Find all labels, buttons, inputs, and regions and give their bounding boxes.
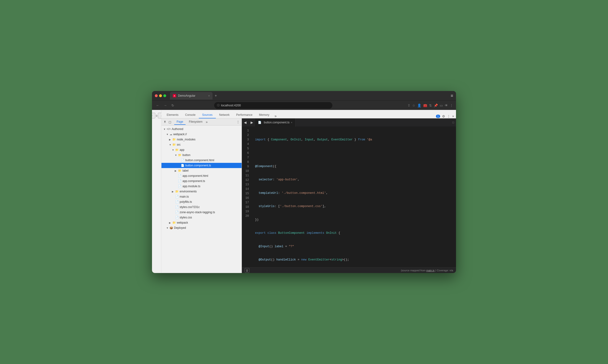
editor-tab-bar: ◀ ▶ 📄 button.component.ts × □	[242, 118, 456, 127]
cursor-icon[interactable]: 🖈	[163, 120, 167, 124]
split-view-icon[interactable]: ◻	[168, 120, 171, 124]
avatar-icon[interactable]: 👁	[445, 104, 448, 107]
ts-file-tab-icon: 📄	[258, 121, 261, 124]
editor-file-tab[interactable]: 📄 button.component.ts ×	[255, 118, 296, 127]
address-field[interactable]: ⓘ localhost:4200	[214, 102, 332, 109]
source-map-suffix: ) Coverage: n/a	[435, 269, 453, 272]
tab-memory[interactable]: Memory	[256, 112, 272, 118]
list-item[interactable]: ▶ 📁 label	[161, 168, 242, 173]
list-item[interactable]: ▶ 📁 environments	[161, 189, 242, 194]
maximize-button[interactable]	[163, 94, 166, 97]
back-nav-button[interactable]: ◀	[242, 119, 248, 126]
tab-performance[interactable]: Performance	[233, 112, 256, 118]
chevron-down-icon: ▼	[166, 133, 169, 136]
list-item[interactable]: 📄 app.component.html	[161, 173, 242, 179]
list-item[interactable]: 📄 styles.css?231c	[161, 205, 242, 210]
title-bar: A DemoAngular × + ≡	[152, 91, 456, 101]
file-tree: ▼ </> Authored ▼ ☁ webpack:// ▶	[161, 126, 242, 273]
devtools-more-button[interactable]: ⋮	[447, 114, 450, 118]
tab-sources[interactable]: Sources	[199, 112, 216, 118]
profile-icon[interactable]: 👤	[417, 104, 421, 107]
new-tab-button[interactable]: +	[212, 92, 219, 99]
pin-icon[interactable]: 📌	[434, 104, 438, 107]
spacer	[172, 201, 175, 203]
more-icon[interactable]: ⋮	[450, 104, 453, 107]
list-item[interactable]: ▶ 📁 node_modules	[161, 137, 242, 142]
spacer	[175, 180, 178, 182]
zoom-in-button[interactable]: +	[152, 113, 155, 118]
devtools-close-button[interactable]: ×	[452, 114, 454, 118]
devtools-settings-button[interactable]: ⚙	[442, 114, 445, 118]
devtools-container: + 0 - Elements Console Sources Network	[152, 110, 456, 273]
more-sources-tabs[interactable]: »	[206, 120, 207, 124]
chevron-right-icon: ▶	[169, 221, 172, 224]
list-item[interactable]: ▼ 📦 Deployed	[161, 225, 242, 231]
list-item[interactable]: 📄 styles.css	[161, 215, 242, 220]
sync-icon[interactable]: ⇅	[429, 104, 432, 107]
sidebar-icon[interactable]: ▭	[440, 104, 443, 107]
browser-tab-title: DemoAngular	[178, 94, 195, 97]
pretty-print-button[interactable]: {}	[245, 268, 249, 273]
title-bar-controls: ≡	[451, 93, 453, 98]
folder-icon: 📁	[178, 169, 181, 172]
list-item[interactable]: ▼ ☁ webpack://	[161, 132, 242, 137]
list-item[interactable]: ▼ 📁 app	[161, 147, 242, 153]
close-button[interactable]	[155, 94, 158, 97]
tab-network[interactable]: Network	[216, 112, 233, 118]
spacer	[178, 159, 180, 162]
list-item[interactable]: 📄 app.module.ts	[161, 184, 242, 189]
list-item[interactable]: 📄 button.component.html	[161, 158, 242, 163]
list-item[interactable]: 📄 polyfills.ts	[161, 199, 242, 205]
main-js-link[interactable]: main.js	[426, 269, 435, 272]
devtools-tab-bar: Elements Console Sources Network Perform…	[161, 110, 456, 118]
minimize-button[interactable]	[159, 94, 162, 97]
bookmark-icon[interactable]: ☆	[412, 104, 415, 107]
ts-file-icon: 📄	[175, 211, 179, 214]
extension-icon[interactable]: 🧰	[423, 104, 427, 107]
ts-file-icon: 📄	[175, 195, 179, 198]
forward-nav-button[interactable]: ▶	[248, 119, 255, 126]
chevron-right-icon: ▶	[169, 138, 172, 141]
folder-icon: 📁	[175, 190, 179, 193]
tab-elements[interactable]: Elements	[163, 112, 182, 118]
browser-menu-button[interactable]: ≡	[451, 93, 453, 98]
cloud-icon: ☁	[169, 133, 172, 136]
ts-file-icon: 📄	[175, 200, 179, 204]
tab-console[interactable]: Console	[182, 112, 199, 118]
list-item[interactable]: ▶ 📁 webpack	[161, 220, 242, 225]
list-item[interactable]: 📄 button.component.ts	[161, 163, 242, 168]
back-button[interactable]: ←	[155, 103, 160, 108]
spacer	[175, 175, 178, 177]
collapse-button[interactable]: □	[453, 121, 454, 124]
folder-icon: 📁	[172, 143, 176, 146]
more-tabs-button[interactable]: »	[272, 114, 278, 118]
share-icon[interactable]: ⇧	[408, 104, 410, 107]
list-item[interactable]: ▼ 📁 src	[161, 142, 242, 147]
list-item[interactable]: 📄 app.component.ts	[161, 179, 242, 184]
package-icon: 📦	[169, 226, 173, 230]
editor-tab-close[interactable]: ×	[291, 121, 292, 124]
code-content[interactable]: 12345 678910 1112131415 1617181920 impor…	[242, 127, 456, 267]
reload-button[interactable]: ↻	[170, 103, 176, 108]
file-tree-sidebar: 🖈 ◻ Page Filesystem » ⋮	[161, 118, 242, 273]
folder-icon: 📁	[172, 221, 176, 224]
devtools-panel: Elements Console Sources Network Perform…	[161, 110, 456, 273]
code-icon: </>	[167, 127, 171, 131]
chevron-down-icon: ▼	[172, 149, 175, 151]
sources-tab-filesystem[interactable]: Filesystem	[186, 119, 205, 125]
folder-icon: 📁	[172, 138, 176, 141]
sources-tab-page[interactable]: Page	[174, 119, 186, 125]
chevron-right-icon: ▶	[172, 190, 175, 193]
list-item[interactable]: ▼ 📁 button	[161, 153, 242, 158]
list-item[interactable]: 📄 main.ts	[161, 194, 242, 199]
editor-status-bar: {} (source mapped from main.js ) Coverag…	[242, 267, 456, 273]
list-item[interactable]: ▼ </> Authored	[161, 127, 242, 132]
forward-button[interactable]: →	[162, 103, 168, 108]
code-editor: ◀ ▶ 📄 button.component.ts × □	[242, 118, 456, 273]
sources-more-button[interactable]: ⋮	[236, 120, 240, 124]
html-file-icon: 📄	[178, 174, 181, 178]
list-item[interactable]: 📄 zone-async-stack-tagging.ts	[161, 210, 242, 215]
angular-icon: A	[173, 94, 176, 97]
browser-tab[interactable]: A DemoAngular ×	[170, 92, 212, 100]
tab-close-button[interactable]: ×	[208, 94, 210, 97]
